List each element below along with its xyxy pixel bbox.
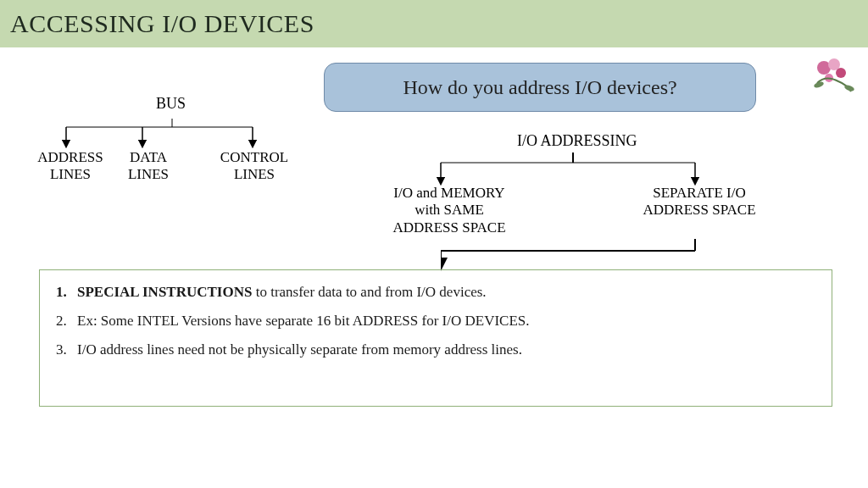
slide-title: ACCESSING I/O DEVICES [10,9,314,38]
flower-decoration-icon [800,49,868,100]
bus-child-data: DATA LINES [119,149,178,184]
bus-child-address: ADDRESS LINES [32,149,108,184]
callout-bubble: How do you address I/O devices? [324,63,756,112]
separate-to-notes-arrow [441,222,737,271]
note-1-rest: to transfer data to and from I/O devices… [252,284,486,300]
note-item-2: Ex: Some INTEL Versions have separate 16… [70,313,825,330]
note-item-1: SPECIAL INSTRUCTIONS to transfer data to… [70,284,825,301]
io-addressing-title: I/O ADDRESSING [517,132,637,150]
svg-marker-6 [105,81,326,115]
notes-box: SPECIAL INSTRUCTIONS to transfer data to… [39,269,832,407]
callout-text: How do you address I/O devices? [403,76,676,99]
slide-header: ACCESSING I/O DEVICES [0,0,868,47]
svg-point-2 [836,68,846,78]
io-child-separate-space: SEPARATE I/O ADDRESS SPACE [636,185,763,219]
note-1-bold: SPECIAL INSTRUCTIONS [77,284,252,300]
note-item-3: I/O address lines need not be physically… [70,341,825,358]
bus-child-control: CONTROL LINES [212,149,297,184]
